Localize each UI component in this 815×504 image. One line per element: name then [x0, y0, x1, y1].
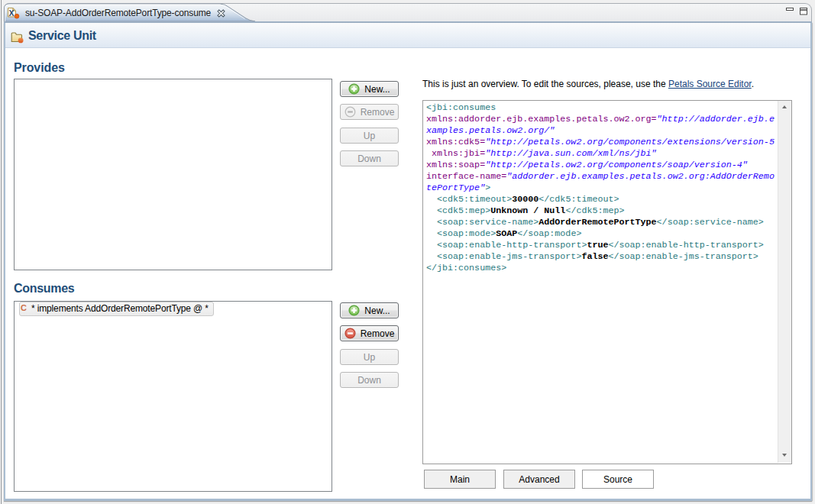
svg-text:X: X — [8, 8, 14, 18]
